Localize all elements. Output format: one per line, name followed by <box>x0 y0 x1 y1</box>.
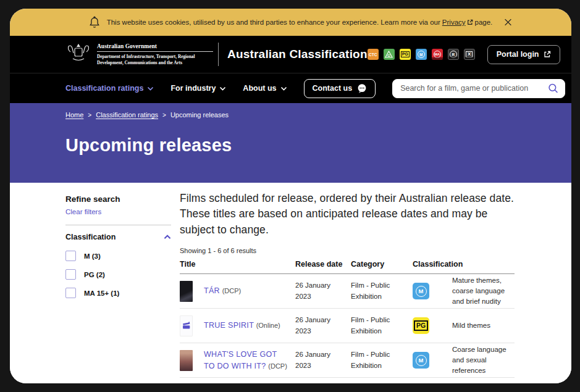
filter-list: M (3)PG (2)MA 15+ (1) <box>65 251 171 298</box>
rating-icon-m: M <box>416 49 427 60</box>
title-format: (DCP) <box>222 287 242 294</box>
rating-icon-pg: PG <box>400 49 411 60</box>
nav-item-classification-ratings[interactable]: Classification ratings <box>65 84 154 93</box>
external-link-icon <box>467 19 473 25</box>
chevron-up-icon <box>164 235 171 240</box>
category: Film - Public Exhibition <box>351 315 413 336</box>
nav-item-for-industry[interactable]: For industry <box>170 84 226 93</box>
results-main: Films scheduled for release, ordered by … <box>180 183 515 383</box>
rating-icon-g: G <box>384 49 395 60</box>
poster-thumbnail[interactable] <box>180 350 193 371</box>
breadcrumb-separator: > <box>88 112 91 119</box>
table-row: WHAT'S LOVE GOT TO DO WITH IT? (DCP)26 J… <box>180 343 515 378</box>
search-input[interactable] <box>392 79 565 98</box>
refine-search-sidebar: Refine search Clear filters Classificati… <box>65 183 171 383</box>
poster-thumbnail[interactable] <box>180 315 193 336</box>
breadcrumb-separator: > <box>162 112 166 119</box>
nav-item-about-us[interactable]: About us <box>243 84 287 93</box>
ratings-icons: CTCGPGMMARX <box>368 49 475 60</box>
header-divider <box>218 43 219 66</box>
title-text: TÁR (DCP) <box>204 285 241 297</box>
title-text: WHAT'S LOVE GOT TO DO WITH IT? (DCP) <box>204 349 288 372</box>
search-icon[interactable] <box>548 83 558 94</box>
filter-label: MA 15+ (1) <box>84 290 119 297</box>
title-cell: TÁR (DCP) <box>180 281 295 302</box>
column-header-title: Title <box>180 260 295 269</box>
breadcrumb-item-2[interactable]: Classification ratings <box>96 111 158 119</box>
nav-item-label: About us <box>243 84 276 93</box>
nav-item-label: Classification ratings <box>65 84 143 93</box>
filter-option-m[interactable]: M (3) <box>65 251 171 261</box>
filter-option-ma[interactable]: MA 15+ (1) <box>65 288 171 298</box>
breadcrumb-item-1[interactable]: Home <box>65 111 83 119</box>
table-row: EMPIRE OF LIGHT (DCP)02 February 2023Fil… <box>180 378 515 383</box>
release-date: 26 January 2023 <box>295 315 351 336</box>
site-title: Australian Classification <box>227 48 368 61</box>
filter-label: M (3) <box>84 252 101 260</box>
rating-icon-ma: MA <box>432 49 443 60</box>
cookie-message: This website uses cookies, utilised by u… <box>107 19 440 26</box>
category: Film - Public Exhibition <box>351 280 413 302</box>
table-row: TÁR (DCP)26 January 2023Film - Public Ex… <box>180 274 515 309</box>
chat-icon <box>357 83 367 93</box>
gov-department: Department of Infrastructure, Transport,… <box>97 54 213 66</box>
svg-text:G: G <box>387 54 390 57</box>
consumer-advice: Mild themes <box>452 320 515 331</box>
title-link[interactable]: TÁR <box>204 286 220 295</box>
cookie-message-suffix: page. <box>475 19 493 26</box>
clapperboard-icon <box>182 321 191 330</box>
title-format: (Online) <box>256 322 280 329</box>
filter-option-pg[interactable]: PG (2) <box>65 269 171 280</box>
site-header: Australian Government Department of Infr… <box>10 36 571 73</box>
checkbox[interactable] <box>65 269 76 280</box>
portal-login-button[interactable]: Portal login <box>487 45 561 64</box>
title-link[interactable]: WHAT'S LOVE GOT TO DO WITH IT? <box>204 350 277 370</box>
chevron-down-icon <box>147 86 154 91</box>
intro-text: Films scheduled for release, ordered by … <box>180 191 515 238</box>
rating-icon-r: R <box>448 49 459 60</box>
classification-badge-pg: PG <box>413 317 429 334</box>
category: Film - Public Exhibition <box>351 349 413 371</box>
table-header: Title Release date Category Classificati… <box>180 260 515 274</box>
chevron-down-icon <box>280 86 287 91</box>
title-link[interactable]: TRUE SPIRIT <box>204 321 254 330</box>
consumer-advice: Mature themes, coarse language and brief… <box>452 275 515 307</box>
release-date: 26 January 2023 <box>295 280 351 302</box>
title-format: (DCP) <box>268 362 287 370</box>
content-area: Refine search Clear filters Classificati… <box>10 183 571 383</box>
search-bar <box>392 79 565 98</box>
privacy-link[interactable]: Privacy <box>442 19 473 26</box>
table-row: TRUE SPIRIT (Online)26 January 2023Film … <box>180 309 515 343</box>
cookie-banner: This website uses cookies, utilised by u… <box>10 9 571 36</box>
main-nav: Classification ratingsFor industryAbout … <box>10 73 571 103</box>
classification-section-toggle[interactable]: Classification <box>65 233 171 241</box>
results-summary: Showing 1 - 6 of 6 results <box>180 247 515 254</box>
title-cell: TRUE SPIRIT (Online) <box>180 315 295 336</box>
gov-title: Australian Government <box>97 43 213 52</box>
external-link-icon <box>544 51 551 58</box>
poster-thumbnail[interactable] <box>180 281 193 302</box>
table-body: TÁR (DCP)26 January 2023Film - Public Ex… <box>180 274 515 383</box>
close-icon[interactable] <box>504 19 512 27</box>
rating-icon-x: X <box>464 49 475 60</box>
clear-filters-link[interactable]: Clear filters <box>65 208 101 215</box>
checkbox[interactable] <box>65 251 76 261</box>
checkbox[interactable] <box>65 288 76 298</box>
consumer-advice: Coarse language and sexual references <box>452 344 515 377</box>
column-header-release-date: Release date <box>295 260 351 269</box>
classification-badge-m: M <box>413 352 429 369</box>
classification-cell: PG <box>413 317 452 334</box>
section-label: Classification <box>65 233 116 241</box>
title-cell: WHAT'S LOVE GOT TO DO WITH IT? (DCP) <box>180 349 295 372</box>
rating-icon-ctc: CTC <box>368 49 379 60</box>
bell-icon <box>89 16 100 29</box>
title-text: TRUE SPIRIT (Online) <box>204 320 280 332</box>
classification-cell: M <box>413 283 452 299</box>
coat-of-arms-logo <box>65 43 91 65</box>
sidebar-title: Refine search <box>65 194 171 204</box>
sidebar-divider <box>65 225 171 225</box>
chevron-down-icon <box>219 86 226 91</box>
breadcrumb-item-3: Upcoming releases <box>170 111 229 119</box>
government-branding: Australian Government Department of Infr… <box>97 43 213 66</box>
contact-us-button[interactable]: Contact us <box>304 79 376 98</box>
